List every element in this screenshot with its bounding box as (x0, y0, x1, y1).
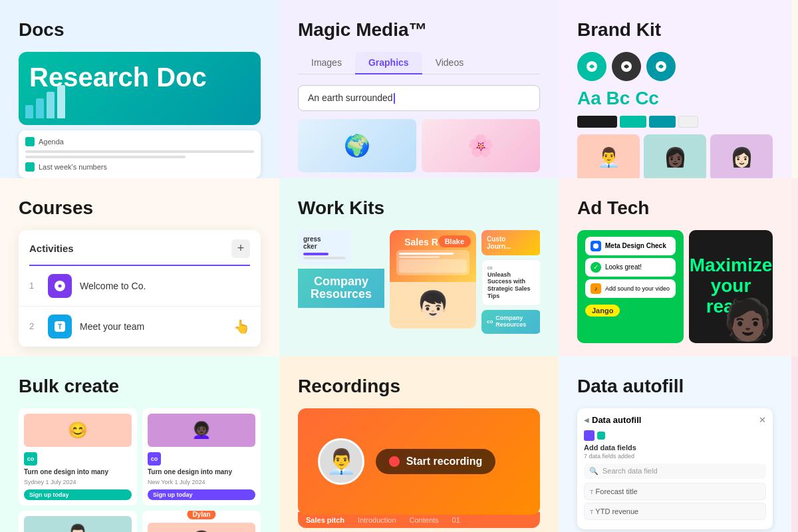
autofill-icon-2 (597, 432, 605, 440)
ad-tech-right-panel: Maximize your reach 🧑🏿 (689, 230, 773, 343)
magic-images-grid: 🌍 🌸 (298, 119, 540, 172)
tab-images[interactable]: Images (298, 52, 355, 74)
magic-input-display: An earth surrounded (298, 85, 540, 111)
brand-logo-2 (612, 52, 641, 81)
docs-title: Docs (19, 19, 261, 41)
course-text-1: Welcome to Co. (80, 281, 146, 291)
partial-right-card-3: N... (791, 356, 798, 532)
courses-card: Courses Activities + 1 Welcome to Co. 2 … (0, 178, 279, 356)
course-item-2: 2 T Meet your team 👆 (19, 307, 261, 347)
brand-logo-1 (577, 52, 606, 81)
recording-num: 01 (452, 516, 460, 524)
bulk-text-2: Turn one design into many (148, 468, 255, 476)
looks-great-item: ✓ Looks great! (585, 258, 676, 277)
course-num-2: 2 (29, 321, 40, 331)
add-sound-item: ♪ Add sound to your video (585, 279, 676, 298)
bulk-create-title: Bulk create (19, 375, 261, 398)
recordings-card: Recordings 👨‍💼 Start recording Sales pit… (279, 356, 559, 532)
course-text-2: Meet your team (80, 321, 144, 332)
brand-logo-3 (646, 52, 676, 81)
tab-videos[interactable]: Videos (422, 52, 477, 74)
bulk-photo-1: 😊 (24, 414, 132, 447)
hand-cursor-icon: 👆 (233, 319, 250, 334)
autofill-panel-title: Data autofill (592, 415, 641, 425)
bulk-item-4: Dylan 👦🏻 co Turn one design into many (142, 511, 261, 532)
close-button[interactable]: ✕ (759, 415, 766, 425)
brand-logos (577, 52, 773, 81)
ad-tech-title: Ad Tech (577, 197, 773, 219)
jango-badge: Jango (585, 305, 620, 317)
add-sound-label: Add sound to your video (605, 285, 670, 292)
course-item-1: 1 Welcome to Co. (19, 266, 261, 307)
bulk-photo-3: 👨🏻 (24, 516, 132, 532)
magic-media-title: Magic Media™ (298, 19, 540, 41)
autofill-search[interactable]: 🔍 Search data field (584, 464, 766, 479)
ad-tech-card: Ad Tech Meta Design Check ✓ Looks great!… (559, 178, 791, 356)
ad-tech-left-panel: Meta Design Check ✓ Looks great! ♪ Add s… (577, 230, 684, 343)
unleash-label: Unleash Success with Strategic Sales Tip… (487, 271, 535, 300)
looks-great-label: Looks great! (605, 263, 642, 271)
brand-kit-card: Brand Kit Aa Bc Cc 👨‍💼 👩🏿 👩🏻 (559, 0, 791, 178)
brand-photo-3: 👩🏻 (710, 134, 773, 178)
brand-photos: 👨‍💼 👩🏿 👩🏻 (577, 134, 773, 178)
bulk-item-2: 👩🏿‍🦱 co Turn one design into many New Yo… (142, 408, 261, 505)
person-illustration: 🧑🏿 (723, 296, 773, 343)
check-icon: ✓ (591, 262, 601, 273)
bulk-create-card: Bulk create 😊 co Turn one design into ma… (0, 356, 279, 532)
bulk-create-grid: 😊 co Turn one design into many Sydney 1 … (19, 408, 261, 532)
search-placeholder: Search data field (602, 467, 658, 475)
bulk-item-1: 😊 co Turn one design into many Sydney 1 … (19, 408, 137, 505)
autofill-icon (584, 430, 595, 441)
contents-label: Contents (410, 516, 439, 524)
last-week-label: Last week's numbers (39, 163, 107, 171)
start-recording-button[interactable]: Start recording (376, 449, 496, 474)
partial-right-card-2: S... (791, 178, 798, 356)
field-1: T Forecast title (584, 483, 766, 500)
add-fields-label: Add data fields (584, 444, 766, 452)
color-swatch-dark (577, 116, 617, 128)
add-activity-button[interactable]: + (231, 239, 250, 258)
autofill-header: ◀ Data autofill ✕ (584, 415, 766, 425)
meta-design-check: Meta Design Check (585, 237, 676, 255)
blake-badge: Blake (438, 235, 471, 247)
fields-count: 7 data fields added (584, 453, 766, 460)
magic-media-card: Magic Media™ Images Graphics Videos An e… (279, 0, 559, 178)
magic-image-flowers: 🌸 (422, 119, 540, 172)
work-kits-inner: gresscker Company Resources Blake Sales … (298, 230, 540, 350)
bulk-logo-1: co (24, 452, 37, 466)
recordings-title: Recordings (298, 375, 540, 398)
bulk-btn-1[interactable]: Sign up today (24, 489, 132, 500)
data-autofill-title: Data autofill (577, 375, 773, 398)
color-swatch-blue (649, 116, 676, 128)
docs-card: Docs Finn Research Doc Agenda (0, 0, 279, 178)
company-resources-card-1: Company Resources (298, 269, 384, 309)
partial-right-card-1: I... (791, 0, 798, 178)
meta-icon (591, 241, 601, 251)
tab-graphics[interactable]: Graphics (355, 52, 422, 74)
magic-tabs: Images Graphics Videos (298, 52, 540, 74)
bulk-text-1: Turn one design into many (24, 468, 132, 476)
music-icon: ♪ (591, 283, 601, 294)
search-icon: 🔍 (589, 467, 598, 475)
work-kits-title: Work Kits (298, 197, 540, 219)
courses-title: Courses (19, 197, 261, 219)
back-nav[interactable]: ◀ (584, 416, 589, 424)
field-2: T YTD revenue (584, 503, 766, 520)
brand-kit-title: Brand Kit (577, 19, 773, 41)
magic-image-earth: 🌍 (298, 119, 416, 172)
bulk-btn-2[interactable]: Sign up today (148, 489, 255, 500)
courses-inner: Activities + 1 Welcome to Co. 2 T Meet y… (19, 230, 261, 347)
bulk-photo-2: 👩🏿‍🦱 (148, 414, 255, 447)
brand-colors (577, 116, 773, 128)
svg-point-6 (593, 243, 598, 249)
agenda-label: Agenda (39, 138, 64, 146)
sales-pitch-label: Sales pitch (306, 516, 344, 524)
svg-text:T: T (58, 323, 62, 331)
introduction-label: Introduction (358, 516, 396, 524)
color-swatch-light (678, 116, 698, 128)
brand-photo-1: 👨‍💼 (577, 134, 640, 178)
color-swatch-teal (620, 116, 646, 128)
recordings-inner: 👨‍💼 Start recording (298, 408, 540, 515)
bulk-sub-1: Sydney 1 July 2024 (24, 479, 132, 485)
course-icon-1 (48, 274, 72, 298)
